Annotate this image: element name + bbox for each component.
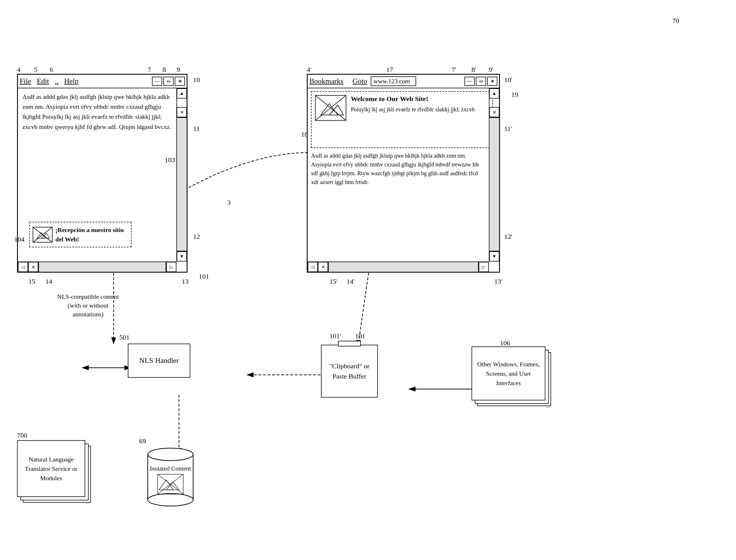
address-bar[interactable]: www.123.com <box>371 76 416 86</box>
ref-700: 700 <box>17 432 27 439</box>
ref-14: 14 <box>45 278 52 285</box>
translated-image <box>33 227 53 243</box>
ref-10prime: 10' <box>504 76 512 84</box>
ref-15: 15 <box>28 278 35 285</box>
scroll-track-v <box>177 117 187 251</box>
svg-point-19 <box>148 448 193 461</box>
ref-13: 13 <box>182 278 189 285</box>
ref-12prime: 12' <box>504 233 512 241</box>
scroll-left-x-button[interactable]: ✕ <box>28 262 38 272</box>
ref-7: 7 <box>148 66 151 74</box>
ref-6: 6 <box>50 66 53 74</box>
ref-4prime: 4' <box>307 66 311 74</box>
scroll-mid-button[interactable]: ✕ <box>177 107 187 117</box>
stack-dots: ... <box>546 403 550 409</box>
ref-17: 17 <box>386 66 393 74</box>
translator-dots: ... <box>86 500 90 505</box>
ref-4: 4 <box>17 66 20 74</box>
right-scroll-right[interactable]: ▷ <box>479 262 489 272</box>
left-scrollbar-h: ◁ ✕ ▷ <box>18 262 176 272</box>
ref-69: 69 <box>139 437 146 445</box>
ref-11prime: 11' <box>504 125 512 133</box>
minimize-button[interactable] <box>152 77 162 86</box>
ref-14prime: 14' <box>346 278 354 285</box>
other-windows-front: Other Windows, Frames, Screens, and User… <box>472 346 545 400</box>
left-browser-window: File Edit .. Help Asdf as addd gdas jklj… <box>17 74 187 273</box>
cylinder-container: Isolated Content <box>145 446 196 509</box>
menu-file[interactable]: File <box>20 77 31 85</box>
welcome-sub-text: Poiuylkj lkj asj jkli evaefz te rfvdfdc … <box>351 105 475 114</box>
ref-15prime: 15' <box>329 278 337 285</box>
right-close-button[interactable] <box>487 77 497 86</box>
clipboard-body: "Clipboard" or Paste Buffer <box>321 345 378 398</box>
svg-point-20 <box>148 494 193 506</box>
right-restore-button[interactable] <box>476 77 486 86</box>
welcome-title: Welcome to Our Web Site! <box>351 95 475 103</box>
translated-content: ¡Recepción a nuestro sitio del Web! <box>33 225 128 244</box>
right-scroll-left-x[interactable]: ✕ <box>318 262 328 272</box>
menu-dots: .. <box>55 77 58 85</box>
ref-101: 101 <box>199 273 209 280</box>
translated-box: ¡Recepción a nuestro sitio del Web! <box>29 222 131 247</box>
ref-501: 501 <box>119 334 129 341</box>
right-titlebar: Bookmarks Goto www.123.com <box>307 75 499 88</box>
right-scrollbar-h: ◁ ✕ ▷ <box>307 262 489 272</box>
translator-front: Natural Language Translator Service or M… <box>17 440 85 497</box>
ref-9prime: 9' <box>489 66 493 74</box>
nls-handler-box: NLS Handler <box>128 344 190 378</box>
other-windows-stack: Other Windows, Frames, Screens, and User… <box>472 346 551 409</box>
close-button[interactable] <box>175 77 185 86</box>
left-content: Asdf as addd gdas jklj asdfgh jkluip qwe… <box>18 88 176 262</box>
scroll-down-button[interactable]: ▼ <box>177 251 187 262</box>
right-browser-window: Bookmarks Goto www.123.com <box>307 74 500 273</box>
goto-menu[interactable]: Goto <box>352 77 367 85</box>
ref-8: 8 <box>162 66 166 74</box>
left-menu: File Edit .. Help <box>20 77 152 85</box>
right-scroll-up[interactable]: ▲ <box>489 88 499 99</box>
bookmarks-menu[interactable]: Bookmarks <box>309 77 343 85</box>
right-scroll-track-v <box>490 117 499 251</box>
ref-70: 70 <box>672 17 679 25</box>
right-scrollbar-v: ▲ ✕ ▼ <box>489 88 499 262</box>
right-scroll-track-h <box>328 262 479 272</box>
welcome-dotted-box: Welcome to Our Web Site! Poiuylkj lkj as… <box>311 91 493 148</box>
right-scroll-left[interactable]: ◁ <box>307 262 318 272</box>
welcome-text-area: Welcome to Our Web Site! Poiuylkj lkj as… <box>351 95 475 114</box>
restore-button[interactable] <box>163 77 173 86</box>
ref-104: 104 <box>14 236 24 243</box>
svg-rect-18 <box>148 454 193 500</box>
left-scrollbar-v: ▲ ✕ ▼ <box>176 88 187 262</box>
ref-5: 5 <box>34 66 37 74</box>
ref-106: 106 <box>500 339 510 347</box>
translated-text: ¡Recepción a nuestro sitio del Web! <box>55 225 128 244</box>
left-main-text: Asdf as addd gdas jklj asdfgh jkluip qwe… <box>22 92 172 132</box>
right-minimize-button[interactable] <box>465 77 475 86</box>
nls-compatible-label: NLS-compatible content (with or without … <box>57 292 119 319</box>
scroll-up-button[interactable]: ▲ <box>177 88 187 99</box>
left-titlebar: File Edit .. Help <box>18 75 187 88</box>
menu-help[interactable]: Help <box>64 77 79 85</box>
ref-10: 10 <box>193 76 200 84</box>
ref-19: 19 <box>511 91 518 99</box>
ref-13prime: 13' <box>494 278 502 285</box>
ref-9: 9 <box>177 66 180 74</box>
welcome-image <box>315 95 346 121</box>
scroll-left-button[interactable]: ◁ <box>18 262 28 272</box>
clipboard-box: "Clipboard" or Paste Buffer <box>321 341 378 398</box>
right-main-text: Asdf as addd gdas jklj asdfgh jkluip qwe… <box>311 151 486 187</box>
right-scroll-mid[interactable]: ✕ <box>489 107 499 117</box>
ref-3: 3 <box>227 199 231 206</box>
cylinder-label: Isolated Content <box>148 464 193 473</box>
right-window-buttons <box>465 77 497 86</box>
ref-7prime: 7' <box>452 66 456 74</box>
scroll-right-button[interactable]: ▷ <box>166 262 176 272</box>
clipboard-tab <box>338 341 361 346</box>
ref-101prime: 101' <box>329 332 341 340</box>
ref-101-clipboard: 101 <box>355 332 365 340</box>
ref-103: 103 <box>165 156 175 164</box>
right-scroll-down[interactable]: ▼ <box>489 251 499 262</box>
scroll-track-h <box>38 262 166 272</box>
menu-edit[interactable]: Edit <box>37 77 49 85</box>
ref-11: 11 <box>193 125 200 133</box>
left-window-buttons <box>152 77 185 86</box>
